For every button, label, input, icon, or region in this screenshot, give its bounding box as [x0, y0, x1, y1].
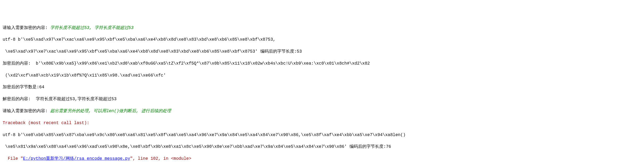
input-note-2c: 做判断后, 进行后续的处理: [119, 109, 171, 113]
utf8-output-1b: \xe5\xad\x97\xe7\xac\xa6\xe9\x95\xbf\xe5…: [3, 49, 641, 54]
utf8-output-1a: utf-8 b'\xe5\xad\x97\xe7\xac\xa6\xe9\x95…: [3, 37, 641, 43]
utf8-output-2b: \xe5\x81\x9a\xe5\x88\xa4\xe6\x96\xad\xe5…: [3, 144, 641, 150]
encrypted-content-b: (\xd2\xcf\xa8\xcb\x19\x1b\x8f%?Q\x11\x85…: [3, 73, 641, 78]
tb-file-prefix-1: File ": [3, 156, 23, 161]
input-prompt-2: 请输入需要加密的内容:: [3, 109, 50, 113]
encrypted-content-a: 加密后的内容: b'\x80E\x9b\xa5}\x99\x86\xe1\xb2…: [3, 61, 641, 66]
input-note-2b: len(): [106, 109, 119, 113]
traceback-file-link-1[interactable]: E:/python重新学习/网络/rsa_encode_message.py: [23, 156, 130, 161]
encrypted-byte-count: 加密后的字节数是:64: [3, 84, 641, 90]
input-note-2a: 超出需要另外的处理, 可以用: [50, 109, 106, 113]
tb-file-suffix-1: ", line 102, in <module>: [130, 156, 191, 161]
input-note: 字符长度不能超过53, 字符长度不能超过53: [50, 26, 134, 30]
input-prompt: 请输入需要加密的内容:: [3, 26, 50, 30]
traceback-header: Traceback (most recent call last):: [3, 120, 641, 126]
decrypted-content: 解密后的内容: 字符长度不能超过53,字符长度不能超过53: [3, 96, 641, 102]
utf8-output-2a: utf-8 b'\xe8\xb6\x85\xe5\x87\xba\xe9\x9c…: [3, 132, 641, 138]
